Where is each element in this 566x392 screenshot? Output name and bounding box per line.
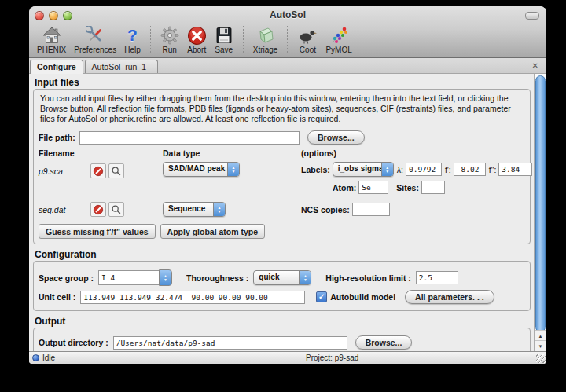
file-path-input[interactable] — [79, 131, 300, 145]
sites-label: Sites: — [396, 183, 419, 192]
toolbar-button-xtriage[interactable]: Xtriage — [249, 24, 282, 55]
filename-label: seq.dat — [39, 205, 90, 214]
file-row-p9-sca: p9.sca SAD/MAD peak ▲▼ — [39, 162, 525, 198]
space-group-input[interactable] — [98, 270, 160, 285]
dropdown-stepper-icon: ▲▼ — [213, 203, 225, 216]
close-tab-icon[interactable]: ✕ — [532, 62, 538, 70]
abort-icon — [187, 25, 207, 46]
titlebar[interactable]: AutoSol — [29, 6, 546, 24]
lambda-input[interactable] — [406, 163, 442, 176]
toolbar-label: Xtriage — [253, 46, 278, 54]
tab-bar: Configure AutoSol_run_1_ ✕ — [29, 58, 546, 74]
window-chrome: AutoSol PHENIX Preferences ? Help — [29, 6, 546, 58]
toolbar-button-run[interactable]: Run — [156, 24, 183, 55]
space-group-label: Space group : — [39, 273, 94, 283]
toolbar-button-pymol[interactable]: PyMOL — [322, 24, 355, 55]
window-title: AutoSol — [29, 9, 546, 20]
ncs-copies-input[interactable] — [352, 203, 390, 216]
atom-label: Atom: — [333, 183, 356, 192]
toolbar-button-coot[interactable]: Coot — [293, 24, 322, 55]
data-type-cell: Sequence ▲▼ — [163, 202, 301, 217]
remove-file-button[interactable] — [90, 163, 106, 178]
scroll-down-arrow[interactable]: ▼ — [535, 340, 546, 351]
toolbar-toggle-button[interactable] — [525, 12, 539, 20]
data-type-dropdown[interactable]: Sequence ▲▼ — [163, 202, 226, 217]
dropdown-value: i_obs sigma — [333, 163, 381, 176]
data-type-column-header: Data type — [163, 148, 301, 158]
toolbar-button-preferences[interactable]: Preferences — [70, 24, 120, 55]
all-parameters-button[interactable]: All parameters. . . — [405, 290, 494, 304]
vertical-scrollbar[interactable]: ▲ ▼ — [534, 74, 546, 351]
toolbar-button-abort[interactable]: Abort — [183, 24, 211, 55]
high-resolution-input[interactable] — [416, 271, 458, 284]
ncs-copies-label: NCS copies: — [301, 205, 350, 214]
scroll-up-arrow[interactable]: ▲ — [535, 330, 546, 341]
dropdown-stepper-icon: ▲▼ — [381, 163, 393, 176]
preferences-tools-icon — [86, 25, 105, 46]
unit-cell-input[interactable] — [80, 291, 305, 304]
status-text: Idle — [42, 354, 55, 362]
scrollbar-thumb[interactable] — [535, 75, 546, 332]
pymol-icon — [329, 25, 349, 46]
toolbar-label: Coot — [300, 46, 316, 54]
dropdown-stepper-icon: ▲▼ — [227, 163, 239, 176]
fdoubleprime-input[interactable] — [498, 163, 532, 176]
dropdown-value: quick — [254, 271, 299, 284]
fprime-input[interactable] — [454, 163, 486, 176]
toolbar-label: PHENIX — [37, 46, 66, 54]
output-directory-label: Output directory : — [39, 338, 108, 347]
input-files-header: Input files — [35, 77, 531, 88]
toolbar-separator — [287, 26, 288, 54]
autobuild-label: Autobuild model — [330, 292, 395, 302]
configure-panel: Input files You can add input files by e… — [29, 74, 546, 351]
magnifier-icon — [111, 204, 122, 215]
apply-global-atom-button[interactable]: Apply global atom type — [160, 224, 266, 239]
configuration-section: Space group : ▲▼ Thoroughness : quick ▲▼… — [33, 261, 531, 311]
toolbar-button-save[interactable]: Save — [211, 24, 237, 55]
sites-input[interactable] — [421, 181, 445, 194]
labels-dropdown[interactable]: i_obs sigma ▲▼ — [333, 162, 394, 177]
magnifier-icon — [111, 166, 122, 177]
toolbar-button-help[interactable]: ? Help — [120, 24, 145, 55]
phenix-home-icon — [42, 25, 61, 46]
toolbar-label: PyMOL — [325, 46, 351, 54]
run-gear-icon — [160, 25, 179, 46]
high-resolution-label: High-resolution limit : — [325, 273, 411, 283]
status-bar: Idle Project: p9-sad — [29, 351, 546, 364]
remove-icon — [93, 204, 104, 215]
file-path-browse-button[interactable]: Browse... — [307, 130, 365, 145]
input-files-section: You can add input files by either draggi… — [33, 89, 531, 244]
input-files-buttons: Guess missing f'/f" values Apply global … — [39, 224, 525, 239]
xtriage-crystal-icon — [256, 25, 275, 46]
atom-input[interactable] — [358, 181, 388, 194]
toolbar-label: Help — [124, 46, 141, 54]
configure-main: Input files You can add input files by e… — [29, 74, 535, 351]
remove-file-button[interactable] — [90, 202, 106, 217]
file-path-row: File path: Browse... — [39, 130, 525, 145]
inspect-file-button[interactable] — [108, 163, 124, 178]
toolbar-button-phenix[interactable]: PHENIX — [33, 24, 70, 55]
options-cell: NCS copies: — [301, 203, 525, 216]
configuration-header: Configuration — [35, 249, 531, 260]
guess-missing-button[interactable]: Guess missing f'/f" values — [39, 224, 156, 239]
remove-icon — [93, 166, 104, 177]
thoroughness-dropdown[interactable]: quick ▲▼ — [253, 270, 311, 285]
coot-bird-icon — [297, 25, 318, 46]
help-icon: ? — [127, 25, 138, 46]
options-column-header: (options) — [301, 148, 525, 158]
autobuild-checkbox[interactable]: ✓ — [316, 291, 327, 302]
unit-cell-row: Unit cell : ✓ Autobuild model All parame… — [39, 290, 525, 304]
tab-autosol-run-1[interactable]: AutoSol_run_1_ — [85, 60, 158, 73]
space-group-stepper[interactable]: ▲▼ — [159, 269, 172, 286]
toolbar-separator — [243, 26, 244, 54]
toolbar-separator — [150, 26, 151, 54]
inspect-file-button[interactable] — [108, 202, 124, 217]
data-type-dropdown[interactable]: SAD/MAD peak ▲▼ — [163, 162, 240, 177]
toolbar: PHENIX Preferences ? Help Run — [29, 24, 546, 57]
output-browse-button[interactable]: Browse... — [355, 335, 413, 350]
filename-label: p9.sca — [39, 167, 90, 176]
output-directory-input[interactable] — [113, 336, 347, 350]
resize-grip[interactable] — [536, 354, 546, 363]
output-header: Output — [35, 316, 531, 327]
tab-configure[interactable]: Configure — [30, 60, 83, 74]
